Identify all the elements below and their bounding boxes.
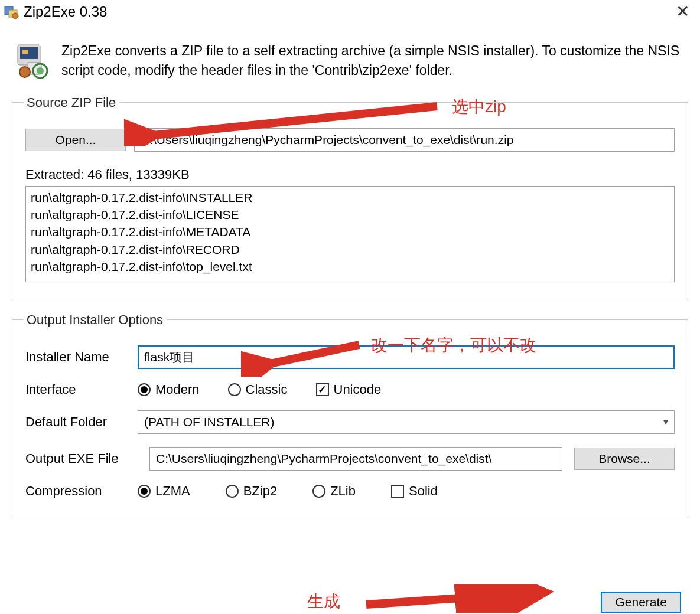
interface-modern-radio[interactable]: Modern xyxy=(138,382,200,397)
output-options-group: Output Installer Options Installer Name … xyxy=(12,312,688,518)
app-icon xyxy=(4,4,19,19)
titlebar: Zip2Exe 0.38 ✕ xyxy=(0,0,700,26)
radio-icon xyxy=(226,485,239,498)
output-exe-label: Output EXE File xyxy=(25,451,138,466)
output-exe-input[interactable] xyxy=(149,447,562,471)
svg-line-12 xyxy=(366,593,538,605)
browse-button[interactable]: Browse... xyxy=(574,448,675,470)
compression-solid-check[interactable]: Solid xyxy=(391,484,438,499)
radio-icon xyxy=(138,485,151,498)
compression-label: Compression xyxy=(25,484,138,499)
list-item[interactable]: run\altgraph-0.17.2.dist-info\top_level.… xyxy=(31,258,669,275)
chevron-down-icon: ▾ xyxy=(663,416,668,427)
compression-zlib-radio[interactable]: ZLib xyxy=(312,484,356,499)
radio-label: Modern xyxy=(155,382,200,397)
svg-rect-5 xyxy=(22,50,28,54)
radio-label: BZip2 xyxy=(243,484,277,499)
installer-name-input[interactable] xyxy=(138,345,675,369)
radio-icon xyxy=(228,383,241,396)
svg-point-2 xyxy=(12,13,18,19)
extracted-label: Extracted: 46 files, 13339KB xyxy=(25,167,675,182)
radio-icon xyxy=(312,485,325,498)
installer-name-label: Installer Name xyxy=(25,350,138,365)
check-icon xyxy=(391,485,404,498)
default-folder-label: Default Folder xyxy=(25,414,138,430)
list-item[interactable]: run\altgraph-0.17.2.dist-info\METADATA xyxy=(31,223,669,240)
source-path-input[interactable] xyxy=(134,128,675,152)
list-item[interactable]: run\altgraph-0.17.2.dist-info\RECORD xyxy=(31,241,669,258)
interface-label: Interface xyxy=(25,382,138,397)
interface-unicode-check[interactable]: Unicode xyxy=(316,382,382,397)
check-label: Solid xyxy=(409,484,438,499)
radio-label: Classic xyxy=(246,382,288,397)
source-zip-group: Source ZIP File Open... Extracted: 46 fi… xyxy=(12,95,688,299)
source-zip-legend: Source ZIP File xyxy=(23,95,119,110)
intro-section: Zip2Exe converts a ZIP file to a self ex… xyxy=(12,31,688,95)
close-icon[interactable]: ✕ xyxy=(670,1,695,22)
svg-point-9 xyxy=(19,67,30,77)
window-title: Zip2Exe 0.38 xyxy=(24,4,107,20)
svg-point-8 xyxy=(37,67,44,74)
generate-button[interactable]: Generate xyxy=(601,592,681,613)
list-item[interactable]: run\altgraph-0.17.2.dist-info\LICENSE xyxy=(31,206,669,223)
output-options-legend: Output Installer Options xyxy=(23,312,167,328)
radio-label: LZMA xyxy=(155,484,190,499)
compression-bzip2-radio[interactable]: BZip2 xyxy=(226,484,277,499)
check-label: Unicode xyxy=(334,382,382,397)
select-value: (PATH OF INSTALLER) xyxy=(144,415,275,429)
open-button[interactable]: Open... xyxy=(25,129,126,151)
list-item[interactable]: run\altgraph-0.17.2.dist-info\INSTALLER xyxy=(31,189,669,206)
default-folder-select[interactable]: (PATH OF INSTALLER) ▾ xyxy=(138,410,675,434)
intro-text: Zip2Exe converts a ZIP file to a self ex… xyxy=(61,41,686,81)
interface-classic-radio[interactable]: Classic xyxy=(228,382,288,397)
arrow-icon xyxy=(360,584,561,613)
radio-icon xyxy=(138,383,151,396)
extracted-files-list[interactable]: run\altgraph-0.17.2.dist-info\INSTALLER … xyxy=(25,186,675,282)
annotation-generate: 生成 xyxy=(307,590,340,613)
intro-icon xyxy=(14,41,52,79)
compression-lzma-radio[interactable]: LZMA xyxy=(138,484,190,499)
radio-label: ZLib xyxy=(330,484,356,499)
check-icon xyxy=(316,383,329,396)
